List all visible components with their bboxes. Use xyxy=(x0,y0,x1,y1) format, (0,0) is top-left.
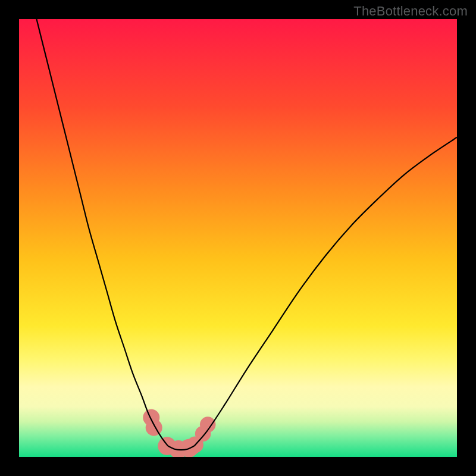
plot-area xyxy=(19,19,457,457)
outer-frame: TheBottleneck.com xyxy=(0,0,476,476)
marker-dot xyxy=(146,419,162,436)
watermark-text: TheBottleneck.com xyxy=(353,4,468,19)
curve-right-branch xyxy=(194,137,457,446)
curve-layer xyxy=(19,19,457,457)
curve-left-branch xyxy=(36,19,168,446)
